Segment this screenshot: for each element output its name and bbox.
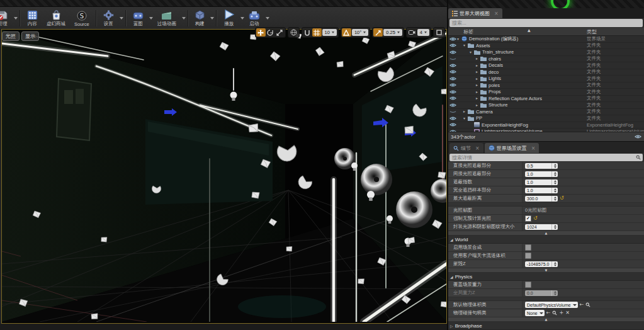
- spin-arrows-icon[interactable]: [551, 171, 558, 177]
- rotation-snap-value[interactable]: 10°: [352, 29, 368, 36]
- outliner-row[interactable]: ▾Train_structure文件夹: [448, 49, 644, 56]
- outliner-row-label[interactable]: chairs: [489, 56, 501, 62]
- expander-open-icon[interactable]: ▾: [470, 50, 474, 54]
- checkbox-unchecked[interactable]: [525, 244, 531, 251]
- outliner-row-label[interactable]: Decals: [489, 62, 503, 68]
- eye-open-icon[interactable]: [448, 122, 457, 127]
- expand-down-bar[interactable]: ▼: [448, 268, 644, 273]
- outliner-row-label[interactable]: Assets: [476, 43, 490, 48]
- outliner-row-label[interactable]: Props: [489, 89, 501, 94]
- expander-open-icon[interactable]: ▾: [463, 117, 468, 120]
- visibility-eye-icon[interactable]: [635, 134, 641, 139]
- eye-open-icon[interactable]: [448, 82, 457, 88]
- settings-dropdown-caret[interactable]: [120, 17, 123, 20]
- details-search[interactable]: [449, 154, 643, 161]
- section-expanded-icon[interactable]: ◢: [450, 275, 453, 279]
- numeric-input[interactable]: 1.0: [525, 179, 558, 185]
- outliner-row-label[interactable]: poles: [489, 82, 500, 88]
- outliner-row[interactable]: ▸poles文件夹: [448, 82, 644, 89]
- outliner-row[interactable]: ▸Lights文件夹: [448, 76, 644, 82]
- spin-arrows-icon[interactable]: [551, 179, 558, 185]
- expander-closed-icon[interactable]: ▸: [476, 77, 480, 81]
- use-selected-icon[interactable]: ←: [580, 302, 584, 307]
- viewmode-lit-button[interactable]: 光照: [2, 31, 20, 41]
- expander-closed-icon[interactable]: ▸: [476, 57, 480, 60]
- camera-speed-value[interactable]: 4: [417, 29, 429, 36]
- numeric-input[interactable]: 0.5: [525, 163, 558, 169]
- eye-open-icon[interactable]: [448, 96, 457, 101]
- build-dropdown-caret[interactable]: [210, 17, 214, 20]
- add-icon[interactable]: +: [559, 310, 563, 316]
- magnifier-icon[interactable]: [552, 310, 557, 316]
- level-viewport[interactable]: 光照 显示: [1, 29, 447, 324]
- eye-open-icon[interactable]: [448, 129, 457, 132]
- numeric-input[interactable]: -1048575.0: [525, 261, 558, 267]
- outliner-row-label[interactable]: Train_structure: [482, 49, 514, 55]
- collapse-up-bar[interactable]: ▲: [448, 317, 644, 322]
- eye-closed-icon[interactable]: [448, 56, 457, 61]
- reset-to-default-icon[interactable]: ↺: [533, 216, 538, 221]
- outliner-row-label[interactable]: PP: [476, 115, 482, 121]
- section-header-broadphase[interactable]: ▷Broadphase: [448, 322, 644, 330]
- section-expanded-icon[interactable]: ◢: [450, 237, 453, 242]
- numeric-input[interactable]: 0.0: [525, 290, 558, 296]
- camera-speed-button[interactable]: [407, 28, 417, 37]
- show-flags-button[interactable]: 显示: [21, 31, 39, 41]
- outliner-row[interactable]: ▸Props文件夹: [448, 89, 644, 96]
- launch-button[interactable]: 启动: [244, 7, 264, 29]
- eye-open-icon[interactable]: [448, 63, 457, 68]
- spin-arrows-icon[interactable]: [551, 163, 558, 169]
- eye-open-icon[interactable]: [448, 43, 457, 48]
- magnifier-icon[interactable]: [585, 302, 590, 307]
- manage-dropdown-caret[interactable]: [14, 17, 18, 20]
- checkbox-unchecked[interactable]: [525, 253, 531, 259]
- outliner-row[interactable]: ▸Structure文件夹: [448, 102, 644, 109]
- outliner-row-label[interactable]: Lights: [489, 76, 501, 81]
- expander-open-icon[interactable]: ▾: [463, 43, 468, 47]
- build-button[interactable]: 构建: [191, 7, 209, 29]
- outliner-row-label[interactable]: LightmassImportanceVolume: [482, 128, 543, 132]
- sort-ascending-icon[interactable]: ▲: [528, 28, 531, 32]
- outliner-row[interactable]: ▸Decals文件夹: [448, 62, 644, 69]
- checkbox-checked[interactable]: ✓: [525, 215, 531, 222]
- spin-arrows-icon[interactable]: [551, 261, 558, 267]
- content-button[interactable]: 内容: [23, 7, 42, 29]
- details-search-input[interactable]: [449, 155, 636, 161]
- expander-open-icon[interactable]: ▾: [457, 37, 461, 41]
- outliner-row[interactable]: ExponentialHeightFogExponentialHeightFog: [448, 122, 644, 129]
- viewport-scene[interactable]: [2, 30, 446, 322]
- scale-tool-button[interactable]: [275, 28, 285, 37]
- reset-to-default-icon[interactable]: ↺: [560, 196, 564, 201]
- expander-closed-icon[interactable]: ▸: [476, 70, 480, 74]
- outliner-row[interactable]: ▾Assets文件夹: [448, 43, 644, 50]
- dropdown-select[interactable]: None: [525, 310, 545, 316]
- cinematics-dropdown-caret[interactable]: [182, 17, 186, 20]
- spin-arrows-icon[interactable]: [551, 196, 558, 202]
- eye-open-icon[interactable]: [448, 69, 457, 74]
- outliner-column-header[interactable]: 标签 ▲ 类型: [448, 28, 644, 36]
- tab-world-settings[interactable]: 世界场景设置 ×: [485, 143, 539, 153]
- eye-open-icon[interactable]: [448, 103, 457, 108]
- outliner-row-label[interactable]: Camera: [476, 109, 493, 115]
- world-coordinate-button[interactable]: [289, 28, 298, 37]
- column-label[interactable]: 标签: [463, 28, 473, 35]
- outliner-row[interactable]: ▾Demonstration (编辑器)世界场景: [448, 36, 644, 43]
- outliner-row[interactable]: ▾PP文件夹: [448, 115, 644, 122]
- expander-closed-icon[interactable]: ▸: [476, 96, 480, 100]
- close-icon[interactable]: ×: [475, 145, 480, 151]
- expander-closed-icon[interactable]: ▸: [463, 110, 468, 113]
- settings-button[interactable]: 设置: [99, 7, 118, 29]
- section-header-world[interactable]: ◢World: [448, 236, 644, 244]
- spin-arrows-icon[interactable]: [551, 188, 558, 193]
- outliner-row-label[interactable]: Reflection Capture Actors: [489, 96, 542, 101]
- expander-closed-icon[interactable]: ▸: [476, 103, 480, 107]
- clear-icon[interactable]: ✕: [565, 310, 570, 316]
- rotate-tool-button[interactable]: [266, 28, 275, 37]
- scale-snap-value[interactable]: 0.25: [383, 29, 402, 36]
- surface-snap-button[interactable]: [303, 28, 312, 37]
- source-button[interactable]: SSource: [70, 7, 94, 29]
- eye-open-icon[interactable]: [448, 37, 457, 42]
- numeric-input[interactable]: 1.0: [525, 188, 558, 193]
- expander-closed-icon[interactable]: ▸: [476, 90, 480, 94]
- expander-closed-icon[interactable]: ▸: [476, 83, 480, 87]
